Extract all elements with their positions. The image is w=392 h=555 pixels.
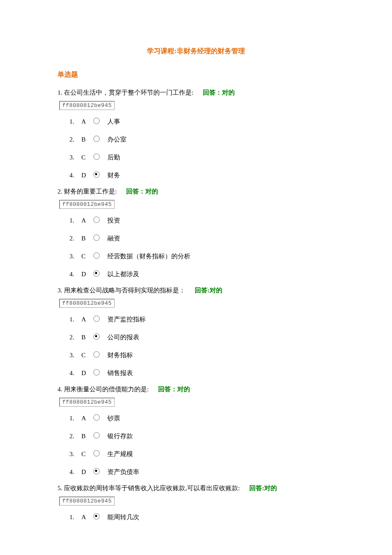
question-prompt: 应收账款的周转率等于销售收入比应收账款,可以看出应收账款:	[64, 485, 240, 491]
answer-label: 回答:对的	[195, 287, 222, 294]
question: 4. 用来衡量公司的偿债能力的是:回答：对的ff8080812be9451.A钞…	[58, 384, 334, 481]
option-row: 1.A能周转几次	[69, 508, 334, 526]
option-row: 3.C经营数据（财务指标）的分析	[69, 247, 334, 265]
option-label: 银行存款	[107, 432, 334, 440]
option-letter: A	[81, 118, 92, 125]
option-letter: D	[81, 172, 92, 179]
options: 1.A能周转几次	[58, 508, 334, 526]
options: 1.A投资2.B融资3.C经营数据（财务指标）的分析4.D以上都涉及	[58, 211, 334, 283]
option-row: 1.A人事	[69, 113, 334, 130]
option-letter: A	[81, 217, 92, 224]
answer-label: 回答:对的	[249, 485, 277, 491]
option-label: 投资	[107, 217, 334, 225]
question-text: 4. 用来衡量公司的偿债能力的是:回答：对的	[58, 384, 334, 395]
radio-button[interactable]	[93, 171, 100, 178]
radio-button[interactable]	[93, 217, 100, 223]
option-label: 销售报表	[107, 369, 334, 377]
question-number: 2.	[58, 188, 64, 195]
option-letter: A	[81, 514, 92, 521]
radio-button[interactable]	[93, 315, 100, 322]
option-number: 4.	[69, 468, 81, 476]
radio-button[interactable]	[93, 513, 100, 520]
option-letter: C	[81, 451, 92, 458]
option-label: 人事	[107, 118, 334, 126]
radio-button[interactable]	[93, 234, 100, 241]
option-letter: B	[81, 334, 92, 341]
question-number: 5.	[58, 485, 64, 491]
question-text: 1. 在公司生活中，贯穿于整个环节的一门工作是:回答：对的	[58, 87, 334, 98]
radio-button[interactable]	[93, 369, 100, 376]
option-number: 1.	[69, 415, 81, 422]
option-row: 4.D资产负债率	[69, 463, 334, 481]
radio-button[interactable]	[93, 468, 100, 474]
option-row: 2.B融资	[69, 229, 334, 247]
option-letter: A	[81, 415, 92, 422]
option-row: 4.D以上都涉及	[69, 265, 334, 283]
option-label: 后勤	[107, 153, 334, 162]
option-label: 办公室	[107, 136, 334, 144]
question-number: 1.	[58, 89, 64, 96]
question-number: 4.	[58, 386, 64, 393]
option-letter: C	[81, 154, 92, 161]
radio-button[interactable]	[93, 432, 100, 439]
radio-button[interactable]	[93, 136, 100, 142]
option-number: 1.	[69, 514, 81, 521]
option-letter: A	[81, 316, 92, 323]
question: 2. 财务的重要工作是:回答：对的ff8080812be9451.A投资2.B融…	[58, 186, 334, 283]
option-letter: D	[81, 370, 92, 377]
radio-button[interactable]	[93, 153, 100, 160]
option-number: 1.	[69, 118, 81, 125]
option-number: 2.	[69, 334, 81, 341]
question-prompt: 用来检查公司战略与否得到实现的指标是：	[64, 287, 185, 294]
option-row: 2.B公司的报表	[69, 328, 334, 346]
answer-label: 回答：对的	[203, 89, 235, 96]
option-letter: B	[81, 235, 92, 242]
option-number: 3.	[69, 154, 81, 161]
id-box: ff8080812be945	[59, 299, 115, 308]
option-label: 生产规模	[107, 450, 334, 458]
option-number: 2.	[69, 433, 81, 440]
radio-button[interactable]	[93, 252, 100, 259]
option-number: 2.	[69, 235, 81, 242]
question: 5. 应收账款的周转率等于销售收入比应收账款,可以看出应收账款:回答:对的ff8…	[58, 483, 334, 526]
id-box: ff8080812be945	[59, 497, 115, 506]
radio-button[interactable]	[93, 450, 100, 457]
option-row: 3.C财务指标	[69, 346, 334, 364]
id-box: ff8080812be945	[59, 200, 115, 209]
course-title: 学习课程:非财务经理的财务管理	[58, 47, 334, 56]
option-number: 4.	[69, 271, 81, 278]
option-row: 3.C生产规模	[69, 445, 334, 463]
option-number: 1.	[69, 217, 81, 224]
question-prompt: 在公司生活中，贯穿于整个环节的一门工作是:	[64, 89, 193, 96]
options: 1.A人事2.B办公室3.C后勤4.D财务	[58, 113, 334, 184]
option-letter: C	[81, 253, 92, 260]
option-number: 4.	[69, 370, 81, 377]
option-letter: D	[81, 271, 92, 278]
page: 学习课程:非财务经理的财务管理 单选题 1. 在公司生活中，贯穿于整个环节的一门…	[0, 0, 392, 545]
options: 1.A资产监控指标2.B公司的报表3.C财务指标4.D销售报表	[58, 310, 334, 382]
option-row: 2.B办公室	[69, 130, 334, 148]
option-label: 财务指标	[107, 351, 334, 359]
option-row: 4.D销售报表	[69, 364, 334, 382]
question-prompt: 用来衡量公司的偿债能力的是:	[64, 386, 149, 393]
id-box: ff8080812be945	[59, 101, 115, 110]
radio-button[interactable]	[93, 270, 100, 277]
option-number: 3.	[69, 253, 81, 260]
option-letter: B	[81, 433, 92, 440]
options: 1.A钞票2.B银行存款3.C生产规模4.D资产负债率	[58, 409, 334, 481]
option-label: 能周转几次	[107, 513, 334, 521]
option-row: 1.A钞票	[69, 409, 334, 427]
option-label: 公司的报表	[107, 333, 334, 341]
option-number: 3.	[69, 352, 81, 359]
option-letter: C	[81, 352, 92, 359]
radio-button[interactable]	[93, 333, 100, 340]
question-text: 3. 用来检查公司战略与否得到实现的指标是：回答:对的	[58, 285, 334, 296]
radio-button[interactable]	[93, 414, 100, 421]
radio-button[interactable]	[93, 118, 100, 124]
option-number: 1.	[69, 316, 81, 323]
question: 1. 在公司生活中，贯穿于整个环节的一门工作是:回答：对的ff8080812be…	[58, 87, 334, 184]
radio-button[interactable]	[93, 351, 100, 358]
option-row: 1.A资产监控指标	[69, 310, 334, 328]
option-label: 经营数据（财务指标）的分析	[107, 252, 334, 260]
option-letter: D	[81, 468, 92, 476]
